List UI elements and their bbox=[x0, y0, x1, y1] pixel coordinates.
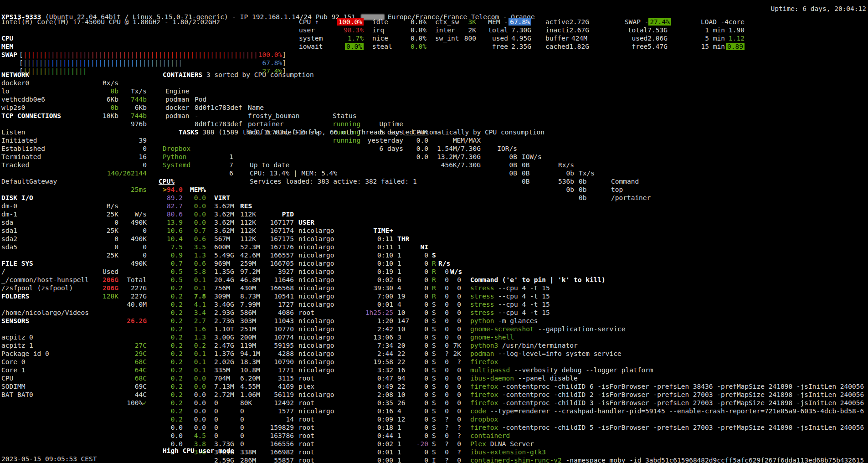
stat-label: free bbox=[625, 42, 647, 51]
stat-value-cell: 2.35G bbox=[508, 42, 531, 51]
process-row: 0.2 4.1 2.93G 303M 10770 nicolargo 7:34 … bbox=[0, 284, 868, 292]
stat-value: 0.0% bbox=[411, 18, 426, 26]
process-row: 0.2 0.1 335M 6.20M 4169 nicolargo 0:35 4… bbox=[0, 341, 868, 350]
stat-value-cell: 1.12 bbox=[725, 34, 745, 42]
stat-row: 5 min1.12 bbox=[699, 34, 745, 42]
process-row: 0.2 7.8 3.40G 586M 11043 nicolargo 13:06… bbox=[0, 276, 868, 284]
stat-value: 0.0% bbox=[345, 43, 364, 50]
stat-row: LOAD -4core bbox=[699, 18, 745, 26]
stat-label: irq bbox=[372, 26, 398, 34]
process-row: 0.5 0.1 756M 8.73M 1727 root 1:20 10 0 S… bbox=[0, 259, 868, 268]
stat-label: CPU ↑ bbox=[299, 18, 326, 26]
process-row: 0.2 0.1 704M 4.55M 56119 root 0:16 12 0 … bbox=[0, 350, 868, 358]
amp-row: Dropbox 1 Up to date bbox=[0, 136, 868, 144]
stat-value: 4core bbox=[724, 18, 745, 26]
process-row: 10.4 3.5 5.49G 259M 3927 nicolargo 39:30… bbox=[0, 226, 868, 235]
stat-value-cell: 2.72G bbox=[569, 18, 589, 26]
containers-title-row: CONTAINERS 3 sorted by CPU consumption bbox=[0, 62, 868, 71]
stat-label: ctx_sw bbox=[435, 18, 461, 26]
stat-value-cell: 27.4% bbox=[648, 18, 671, 26]
container-row: podman 8d0f1c783def frosty_bouman runnin… bbox=[0, 87, 868, 95]
container-engine: podman bbox=[165, 112, 197, 120]
alert-title: High CPU user mode bbox=[163, 447, 234, 455]
stat-value-cell: 1.82G bbox=[569, 42, 589, 51]
pid: 166556 bbox=[261, 440, 294, 448]
stat-label: inacti bbox=[545, 26, 569, 34]
process-table: >94.0 0.0 3.62M 112K 167177 nicolargo 0:… bbox=[0, 177, 868, 440]
containers-section: CONTAINERS 3 sorted by CPU consumption E… bbox=[0, 62, 868, 112]
stat-label: 5 min bbox=[699, 34, 725, 42]
container-mem: 456K/7.30G bbox=[431, 161, 481, 169]
stat-row: sw_int800 bbox=[435, 34, 476, 42]
container-name: frosty_bouman bbox=[248, 112, 329, 120]
process-state: S bbox=[432, 440, 436, 448]
tcp-metric-value: 0 bbox=[143, 161, 147, 169]
bracket-close: ] bbox=[282, 51, 286, 59]
mem-extra-stats: active2.72Ginacti2.67Gbuffer424Mcached1.… bbox=[545, 18, 587, 51]
stat-label: LOAD - bbox=[699, 18, 724, 26]
stat-value-cell: 424M bbox=[571, 34, 587, 42]
stat-label: nice bbox=[372, 34, 398, 42]
stat-row: MEM -67.8% bbox=[487, 18, 531, 26]
stat-label: total bbox=[625, 26, 647, 34]
stat-label: steal bbox=[372, 42, 398, 51]
stat-value: 5.47G bbox=[647, 43, 668, 50]
container-ior: 0B bbox=[485, 161, 517, 169]
stat-label: SWAP - bbox=[625, 18, 648, 26]
process-row: 0.7 5.8 20.4G 430M 10541 nicolargo 1h25:… bbox=[0, 251, 868, 259]
stat-value-cell: 3K bbox=[461, 18, 476, 26]
stat-value: 3K bbox=[468, 18, 476, 26]
cpu-time: 0:02 bbox=[377, 440, 393, 448]
stat-value: 0.0% bbox=[411, 35, 426, 42]
gauge-pipes: ||||||||||||||||||||||||||||||||||||||||… bbox=[23, 51, 258, 59]
container-row: podman 8d0f1c783def 8d0f1c783def-infra r… bbox=[0, 103, 868, 112]
stat-value-cell: 1.90 bbox=[725, 26, 745, 34]
amp-status: Up to date bbox=[250, 161, 289, 169]
mem-stats: MEM -67.8%total7.30Gused4.95Gfree2.35G bbox=[487, 18, 531, 51]
process-row: 82.7 0.0 3.62M 112K 167175 nicolargo 0:1… bbox=[0, 194, 868, 202]
stat-row: buffer424M bbox=[545, 34, 587, 42]
stat-value: 424M bbox=[571, 35, 587, 42]
stat-row: CPU ↑100.0% bbox=[299, 18, 364, 26]
titlebar: XPS13-9333 (Ubuntu 22.04 64bit / Linux 5… bbox=[0, 5, 868, 13]
process-row: 0.0 3.8 3.01G 286M 10778 nicolargo 15:01… bbox=[0, 423, 868, 432]
process-row: 0.2 2.7 1.10T 200M 59195 nicolargo 19:58… bbox=[0, 300, 868, 309]
uptime-label: Uptime: 6 days, 20:04:12 bbox=[770, 5, 866, 13]
process-row: 0.2 0.0 7.13M 1.06M 12492 nicolargo 0:09… bbox=[0, 358, 868, 366]
stat-row: inacti2.67G bbox=[545, 26, 587, 34]
process-row: 13.9 0.7 567M 52.3M 166557 nicolargo 0:1… bbox=[0, 210, 868, 218]
process-row: 0.2 1.6 3.00G 119M 4288 nicolargo 3:32 9… bbox=[0, 309, 868, 317]
gauge-row: CPU [|||||||||||||||||||||||||||||||||||… bbox=[0, 26, 292, 34]
stat-row: 1 min1.90 bbox=[699, 26, 745, 34]
stat-label: free bbox=[487, 42, 508, 51]
stat-value-cell: 0.89 bbox=[725, 42, 745, 51]
stat-value: 7.30G bbox=[511, 26, 531, 34]
alert-detail-line: 2023-05-15 09:05:45 (ongoing) - CPU_TOTA… bbox=[163, 455, 560, 463]
stat-value: 2.06G bbox=[647, 35, 668, 42]
stat-value: 0.0% bbox=[411, 26, 426, 34]
stat-value: 0.0% bbox=[411, 43, 426, 50]
gauge-row: MEM [|||||||||||||||||||||||||||||||||||… bbox=[0, 34, 292, 42]
process-row: 0.2 0.2 1.37G 18.3M 1771 root 0:49 10 0 … bbox=[0, 325, 868, 333]
cpu-stats-col1: CPU ↑100.0%user98.3%system1.7%iowait0.0% bbox=[299, 18, 364, 51]
stat-value-cell: 800 bbox=[461, 34, 476, 42]
process-row: 0.2 0.0 0 0 166982 root 0:00 1 0 I ? ? [… bbox=[0, 407, 868, 415]
stat-value-cell: 0.0% bbox=[398, 26, 426, 34]
user: root bbox=[298, 440, 344, 448]
stat-value-cell: 100.0% bbox=[326, 18, 364, 26]
command-args: -namespace moby -id 3abd51c615968482d9cc… bbox=[562, 457, 864, 463]
cpu-stats-col2: idle0.0%irq0.0%nice0.0%steal0.0% bbox=[372, 18, 426, 51]
stat-row: user98.3% bbox=[299, 26, 364, 34]
tasks-title: TASKS bbox=[179, 129, 199, 136]
process-row: 0.2 0.0 0 0 159829 root 0:02 1 0 I ? ? [… bbox=[0, 382, 868, 391]
stat-row: idle0.0% bbox=[372, 18, 426, 26]
command-args: DLNA Server bbox=[486, 440, 534, 448]
stat-value-cell: 5.47G bbox=[647, 42, 668, 51]
stat-row: total7.53G bbox=[625, 26, 668, 34]
quicklook-bars: CPU [|||||||||||||||||||||||||||||||||||… bbox=[0, 26, 292, 51]
stat-value-cell: 0.0% bbox=[398, 34, 426, 42]
amp-row: Python 7 CPU: 13.4% | MEM: 5.4% bbox=[0, 144, 868, 153]
process-row: 0.2 0.0 0 0 166556 root 0:00 1 0 I ? ? [… bbox=[0, 399, 868, 407]
stat-label: user bbox=[299, 26, 326, 34]
cpu-stats-col3: ctx_sw3Kinter2Ksw_int800 bbox=[435, 18, 476, 42]
